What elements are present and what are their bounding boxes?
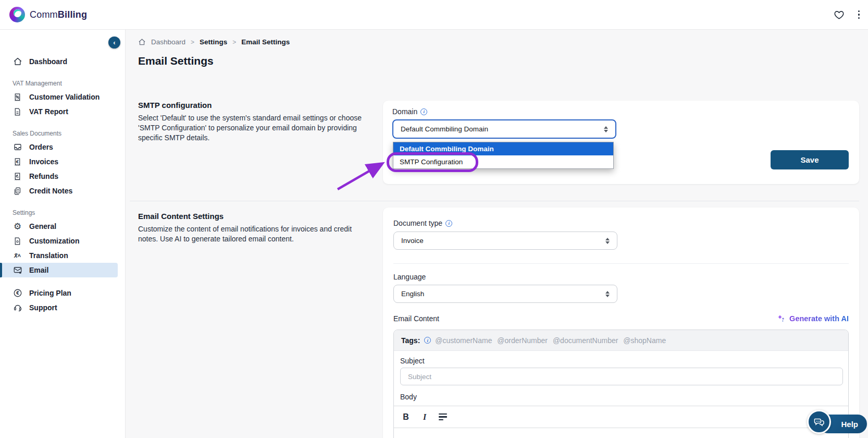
sidebar-item-label: Pricing Plan [29,289,71,297]
svg-text:€: € [16,159,19,164]
sidebar-section-settings: Settings [0,209,125,217]
gear-icon: ⚙ [13,222,22,232]
sidebar-item-invoices[interactable]: € Invoices [0,154,125,169]
sidebar-item-translation[interactable]: x̄A Translation [0,248,125,263]
main-content: Dashboard > Settings > Email Settings Em… [126,30,868,438]
editor-toolbar: B I [394,406,848,428]
generate-with-ai-button[interactable]: Generate with AI [777,314,849,323]
receipt-euro-icon: € [13,157,22,167]
dropdown-option-default-domain[interactable]: Default Commbiling Domain [393,142,613,155]
body-label: Body [400,393,417,401]
home-icon[interactable] [138,38,146,46]
italic-button[interactable]: I [420,412,429,422]
breadcrumb-settings[interactable]: Settings [200,38,227,46]
sidebar-item-general[interactable]: ⚙ General [0,219,125,234]
sidebar: ‹ Dashboard VAT Management Customer Vali… [0,30,126,438]
select-arrows-icon [605,238,610,244]
sidebar-item-refunds[interactable]: Refunds [0,169,125,184]
heart-icon[interactable] [834,9,845,20]
inbox-icon [13,142,22,152]
home-icon [13,57,22,67]
sidebar-item-label: Refunds [29,172,58,180]
sidebar-item-label: Customer Validation [29,93,100,101]
translate-icon: x̄A [13,251,22,261]
sidebar-item-customer-validation[interactable]: Customer Validation [0,90,125,104]
breadcrumb-dashboard[interactable]: Dashboard [151,38,185,46]
body-editor-area[interactable] [394,428,848,438]
euro-circle-icon: € [13,288,22,298]
sidebar-section-sales-documents: Sales Documents [0,129,125,138]
sidebar-section-vat-management: VAT Management [0,79,125,88]
tags-values[interactable]: @customerName @orderNumber @documentNumb… [435,336,666,345]
sidebar-item-label: Invoices [29,157,58,166]
document-duplicate-icon [13,186,22,196]
smtp-card: Domain i Default Commbiling Domain Defau… [383,101,859,184]
email-content-label: Email Content [393,314,439,323]
card-divider [393,263,849,264]
sidebar-item-orders[interactable]: Orders [0,140,125,154]
smtp-section-heading: SMTP configuration [138,101,212,110]
email-content-section-heading: Email Content Settings [138,212,224,221]
breadcrumb: Dashboard > Settings > Email Settings [138,38,290,46]
document-type-label: Document type i [393,219,452,227]
sidebar-item-dashboard[interactable]: Dashboard [0,54,125,69]
sidebar-item-credit-notes[interactable]: Credit Notes [0,184,125,198]
sidebar-item-customization[interactable]: Customization [0,234,125,248]
bold-button[interactable]: B [401,412,411,422]
sidebar-item-label: Translation [29,251,68,260]
document-type-select[interactable]: Invoice [393,232,617,250]
support-icon [13,303,22,313]
domain-label: Domain i [392,107,427,116]
page-title: Email Settings [138,55,214,67]
sidebar-item-label: General [29,222,56,230]
document-icon [13,107,22,117]
select-arrows-icon [604,126,608,132]
receipt-refund-icon [13,172,22,181]
sidebar-item-label: VAT Report [29,107,68,116]
kebab-menu-icon[interactable] [858,10,860,19]
subject-label: Subject [400,357,425,365]
envelope-gear-icon [13,265,22,275]
sidebar-item-label: Email [29,266,48,274]
sidebar-item-support[interactable]: Support [0,300,125,315]
annotation-arrow [320,153,396,197]
svg-text:€: € [16,290,19,296]
breadcrumb-separator: > [232,39,236,46]
sidebar-item-label: Support [29,303,57,312]
language-label: Language [393,273,426,281]
email-editor: Tags: i @customerName @orderNumber @docu… [393,330,849,438]
brand-name: CommBilling [30,9,87,20]
email-content-card: Document type i Invoice Language English… [383,208,859,438]
sidebar-item-pricing-plan[interactable]: € Pricing Plan [0,286,125,300]
email-content-section-description: Customize the content of email notificat… [138,224,374,244]
brand-logo-icon [9,7,25,22]
breadcrumb-separator: > [191,39,194,46]
save-button[interactable]: Save [771,150,849,169]
dropdown-option-smtp-configuration[interactable]: SMTP Configuration [393,155,613,168]
brand-logo[interactable]: CommBilling [0,7,87,22]
align-left-icon[interactable] [439,413,447,421]
info-icon[interactable]: i [420,108,427,115]
sidebar-item-label: Credit Notes [29,187,72,195]
domain-select[interactable]: Default Commbiling Domain [392,119,616,139]
domain-dropdown-menu: Default Commbiling Domain SMTP Configura… [393,142,614,169]
chat-bubbles-icon[interactable] [807,410,831,434]
tags-label: Tags: [401,336,420,345]
sparkles-icon [777,314,786,323]
help-label: Help [841,420,858,429]
info-icon[interactable]: i [445,220,452,227]
sidebar-collapse-button[interactable]: ‹ [108,36,120,48]
info-icon[interactable]: i [424,337,431,344]
document-star-icon [13,236,22,246]
sidebar-item-vat-report[interactable]: VAT Report [0,104,125,119]
smtp-section-description: Select 'Default' to use the system's sta… [138,113,374,143]
tags-bar: Tags: i @customerName @orderNumber @docu… [394,330,848,351]
language-select[interactable]: English [393,285,617,303]
breadcrumb-email-settings[interactable]: Email Settings [241,38,290,46]
receipt-percent-icon [13,92,22,102]
subject-input[interactable] [400,368,843,385]
select-arrows-icon [605,291,610,297]
sidebar-item-label: Orders [29,143,53,151]
sidebar-item-email[interactable]: Email [0,263,118,277]
sidebar-item-label: Customization [29,237,79,245]
